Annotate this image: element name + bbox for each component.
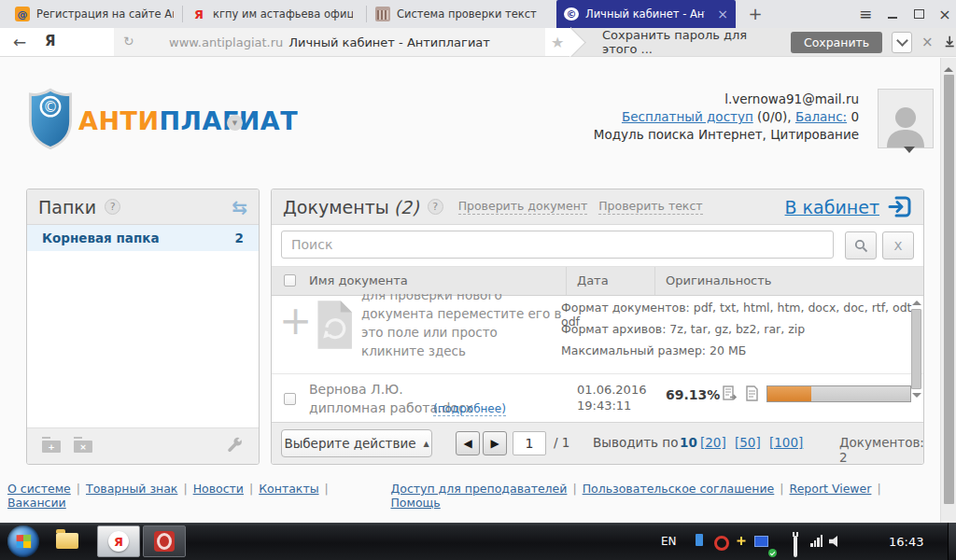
minimize-button[interactable]	[881, 2, 904, 26]
tab-search-kgpu[interactable]: Я кгпу им астафьева официаль	[184, 0, 365, 28]
separator: |	[244, 482, 259, 496]
footer-link-about[interactable]: О системе	[7, 482, 71, 496]
save-options-dropdown[interactable]	[892, 32, 912, 53]
show-desktop-button[interactable]	[948, 523, 956, 560]
avatar-dropdown-icon[interactable]	[904, 147, 915, 159]
select-action-button[interactable]: Выберите действие ▲	[281, 429, 432, 457]
per-page-50[interactable]: [50]	[735, 435, 761, 450]
antiplagiat-shield-logo[interactable]: ©	[28, 87, 73, 152]
yandex-browser-taskbar-button[interactable]: Я	[97, 525, 140, 557]
upload-dropzone[interactable]: + для проверки нового документа перемест…	[272, 294, 923, 374]
browser-menu-icon[interactable]: ≡	[854, 2, 877, 26]
check-document-link[interactable]: Проверить документ	[458, 199, 588, 215]
triangle-down-icon: ▼	[232, 119, 237, 127]
prev-page-button[interactable]: ◀	[456, 431, 480, 455]
delete-folder-icon[interactable]: ×	[74, 441, 92, 453]
scroll-up-icon[interactable]	[944, 63, 953, 72]
to-cabinet-link[interactable]: В кабинет	[785, 197, 879, 217]
language-indicator[interactable]: EN	[661, 535, 677, 548]
per-page-100[interactable]: [100]	[769, 435, 803, 450]
bookmark-star-icon[interactable]: ★	[551, 34, 564, 51]
page-scrollbar[interactable]	[940, 58, 956, 523]
tab-divider	[182, 6, 183, 22]
next-page-button[interactable]: ▶	[483, 431, 507, 455]
per-page-20[interactable]: [20]	[700, 435, 726, 450]
row-checkbox[interactable]	[284, 393, 296, 405]
clock[interactable]: 16:43	[889, 535, 923, 549]
download-icon[interactable]	[943, 35, 956, 49]
enter-cabinet-icon[interactable]	[887, 194, 912, 219]
tab-personal-cabinet-active[interactable]: © Личный кабинет - Антип ×	[556, 0, 736, 28]
restore-button[interactable]	[907, 2, 930, 26]
footer-link-help[interactable]: Помощь	[390, 496, 440, 510]
help-icon[interactable]: ?	[105, 199, 120, 215]
help-icon[interactable]: ?	[428, 199, 443, 215]
folder-item-root[interactable]: Корневая папка 2	[27, 225, 259, 251]
opera-tray-icon[interactable]	[714, 536, 729, 551]
browser-tab-strip: @ Регистрация на сайте Антипл Я кгпу им …	[0, 0, 956, 28]
documents-search-row: X	[272, 225, 923, 267]
yandex-logo-icon[interactable]: Я	[45, 33, 56, 49]
clear-search-button[interactable]: X	[882, 231, 914, 259]
search-button[interactable]	[845, 231, 877, 259]
footer-link-report-viewer[interactable]: Report Viewer	[790, 482, 872, 496]
display-tray-icon[interactable]	[754, 536, 768, 547]
scroll-thumb[interactable]	[911, 309, 921, 389]
account-links-line: Бесплатный доступ (0/0), Баланс: 0	[467, 108, 859, 126]
move-documents-icon[interactable]: ⇆	[232, 196, 247, 218]
tab-text-check-system[interactable]: Система проверки текстов н	[368, 0, 555, 28]
logo-dropdown-button[interactable]: ▼	[227, 115, 243, 131]
select-all-checkbox[interactable]	[284, 274, 296, 287]
scroll-down-icon[interactable]	[912, 393, 921, 402]
explorer-taskbar-icon[interactable]	[56, 533, 78, 549]
volume-icon[interactable]	[829, 536, 840, 547]
document-row[interactable]: Вернова Л.Ю. дипломная работа.docx (подр…	[272, 374, 923, 425]
footer-link-vacancies[interactable]: Вакансии	[7, 496, 66, 510]
details-link[interactable]: (подробнее)	[433, 402, 506, 416]
site-logo-text[interactable]: АНТИПЛАГИАТ	[78, 106, 298, 135]
tab-mailru-registration[interactable]: @ Регистрация на сайте Антипл	[7, 0, 181, 28]
scroll-up-icon[interactable]	[912, 296, 921, 305]
search-input[interactable]	[281, 231, 834, 259]
footer-link-user-agreement[interactable]: Пользовательское соглашение	[583, 482, 775, 496]
close-window-button[interactable]: ×	[934, 2, 956, 26]
report-icon[interactable]	[722, 385, 738, 401]
per-page-label: Выводить по	[593, 435, 678, 450]
settings-wrench-icon[interactable]	[225, 437, 244, 455]
footer-link-trademark[interactable]: Товарный знак	[86, 482, 177, 496]
tab-close-icon[interactable]: ×	[717, 7, 728, 21]
footer-links: О системе|Товарный знак|Новости|Контакты…	[0, 482, 934, 510]
user-info-block: l.vernowa91@mail.ru Бесплатный доступ (0…	[467, 91, 859, 144]
per-page-selected: 10	[680, 435, 697, 450]
start-button[interactable]	[7, 525, 39, 557]
balance-link[interactable]: Баланс:	[795, 109, 847, 124]
tab-title: кгпу им астафьева официаль	[213, 7, 353, 21]
minimize-icon	[888, 9, 897, 19]
network-plug-icon[interactable]	[794, 536, 797, 557]
avatar[interactable]	[878, 89, 934, 148]
add-folder-icon[interactable]: +	[42, 441, 61, 453]
triangle-up-icon: ▲	[423, 440, 429, 448]
back-icon[interactable]: ←	[13, 33, 26, 51]
upload-max-size: Максимальный размер: 20 МБ	[561, 343, 746, 357]
usb-tray-icon[interactable]	[696, 534, 703, 546]
footer-link-teachers-access[interactable]: Доступ для преподавателей	[390, 482, 567, 496]
check-text-link[interactable]: Проверить текст	[598, 199, 702, 215]
footer-link-news[interactable]: Новости	[193, 482, 244, 496]
refresh-icon[interactable]: ↻	[123, 34, 134, 49]
page-content: © АНТИПЛАГИАТ ▼ l.vernowa91@mail.ru Бесп…	[0, 57, 956, 523]
document-text-icon[interactable]	[744, 385, 760, 401]
footer-link-contacts[interactable]: Контакты	[259, 482, 318, 496]
save-password-button[interactable]: Сохранить	[791, 32, 882, 53]
chevron-down-icon	[896, 35, 908, 47]
scroll-thumb[interactable]	[944, 75, 954, 504]
opera-taskbar-button[interactable]	[143, 525, 186, 557]
table-scrollbar[interactable]	[911, 296, 921, 423]
new-tab-button[interactable]: +	[745, 4, 766, 24]
free-access-link[interactable]: Бесплатный доступ	[622, 109, 753, 124]
dismiss-save-icon[interactable]: ×	[921, 34, 934, 50]
page-number-input[interactable]	[513, 431, 546, 455]
column-separator	[654, 267, 655, 295]
url-field[interactable]: ↻ www.antiplagiat.ru Личный кабинет - Ан…	[114, 28, 545, 56]
signal-strength-icon[interactable]	[810, 535, 822, 547]
